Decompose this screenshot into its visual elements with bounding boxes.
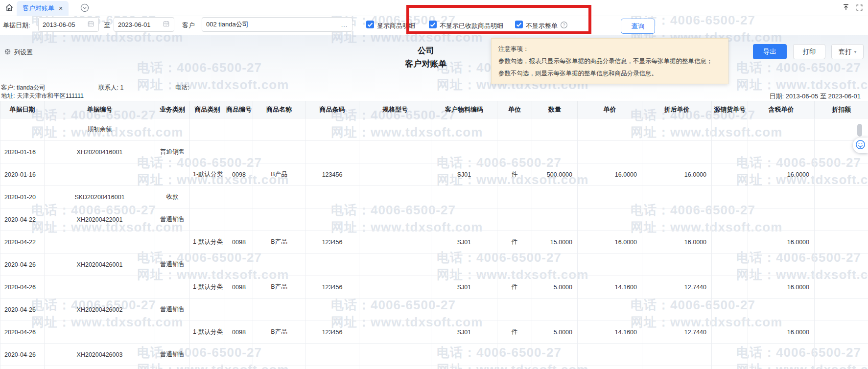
tab-list-dropdown-icon[interactable]	[80, 3, 89, 14]
table-row[interactable]: 2020-01-20SKD20200416001收款	[0, 186, 868, 208]
table-cell	[815, 299, 868, 321]
table-cell: 16.0000	[578, 163, 642, 186]
table-cell: 2020-01-16	[0, 141, 45, 163]
table-cell: 15.0000	[532, 231, 578, 254]
table-row[interactable]: 2020-04-26XH20200426002普通销售	[0, 299, 868, 321]
tab-customer-statement[interactable]: 客户对账单 ×	[17, 1, 69, 16]
table-cell	[712, 299, 748, 321]
header-cell[interactable]: 商品条码	[305, 101, 359, 118]
table-row[interactable]: 2020-04-22XH20200422001普通销售	[0, 208, 868, 231]
fullscreen-icon[interactable]	[856, 4, 863, 13]
date-to-input[interactable]: 2023-06-01	[114, 17, 174, 32]
scroll-top-icon[interactable]	[842, 3, 850, 13]
header-cell[interactable]: 单据日期	[0, 101, 45, 118]
customer-input[interactable]: 002 tianda公司 …	[202, 17, 352, 32]
table-cell: 16.0000	[748, 321, 815, 344]
date-range-label: 单据日期:	[3, 21, 30, 30]
table-cell	[497, 254, 532, 276]
header-cell[interactable]: 客户物料编码	[431, 101, 497, 118]
checkbox-hide-paid-item-detail[interactable]	[429, 21, 437, 28]
help-question-icon[interactable]: ?	[560, 21, 568, 31]
info-customer: 客户: tianda公司	[1, 84, 46, 92]
table-row[interactable]: 期初余额	[0, 118, 868, 141]
table-row[interactable]: 2020-04-261-默认分类0098B产品123456SJ01件5.0000…	[0, 321, 868, 344]
table-cell	[253, 208, 305, 231]
header-cell[interactable]: 商品编号	[225, 101, 253, 118]
table-cell: 16.0000	[748, 231, 815, 254]
table-cell: 500.0000	[532, 163, 578, 186]
table-cell	[225, 118, 253, 141]
info-phone: 电话:	[175, 84, 189, 92]
table-cell: 普通销售	[155, 299, 190, 321]
table-cell: 16.0000	[578, 231, 642, 254]
header-cell[interactable]: 源销货单号	[712, 101, 748, 118]
table-cell: B产品	[253, 276, 305, 299]
table-row[interactable]: 2020-01-161-默认分类0098B产品123456SJ01件500.00…	[0, 163, 868, 186]
table-row[interactable]: 2020-01-16XH20200416001普通销售	[0, 141, 868, 163]
header-cell[interactable]: 业务类别	[155, 101, 190, 118]
header-cell[interactable]: 折后单价	[642, 101, 712, 118]
header-cell[interactable]: 数量	[532, 101, 578, 118]
table-row[interactable]: 2020-04-221-默认分类0098B产品123456SJ01件15.000…	[0, 231, 868, 254]
table-cell	[0, 118, 45, 141]
table-cell	[578, 141, 642, 163]
table-row[interactable]: 2020-04-26XH20200426001普通销售	[0, 254, 868, 276]
table-cell	[190, 118, 225, 141]
table-cell: 2020-04-26	[0, 299, 45, 321]
table-cell	[712, 118, 748, 141]
table-cell	[712, 163, 748, 186]
info-date-range: 日期: 2013-06-05 至 2023-06-01	[770, 92, 861, 101]
table-row[interactable]: 2020-04-261-默认分类0098B产品123456SJ01件5.0000…	[0, 276, 868, 299]
export-button[interactable]: 导出	[753, 44, 787, 59]
stencil-print-button[interactable]: 套打 ▾	[831, 44, 864, 59]
close-icon[interactable]: ×	[59, 5, 63, 12]
table-cell: SJ01	[431, 163, 497, 186]
calendar-icon[interactable]	[87, 20, 94, 29]
header-cell[interactable]: 单价	[578, 101, 642, 118]
table-cell	[359, 141, 431, 163]
table-cell	[359, 163, 431, 186]
header-cell[interactable]: 含税单价	[748, 101, 815, 118]
print-button[interactable]: 打印	[793, 44, 825, 59]
calendar-icon[interactable]	[163, 20, 170, 29]
table-cell: 5.0000	[532, 321, 578, 344]
table-cell: XH20200422001	[45, 208, 155, 231]
vertical-scrollbar-thumb[interactable]	[857, 124, 862, 137]
table-cell	[815, 276, 868, 299]
checkbox-hide-whole-order[interactable]	[515, 21, 523, 28]
table-cell	[359, 186, 431, 208]
table-cell	[305, 299, 359, 321]
table-cell	[190, 254, 225, 276]
table-cell	[712, 186, 748, 208]
table-cell	[190, 208, 225, 231]
table-cell	[253, 299, 305, 321]
table-cell: 件	[497, 231, 532, 254]
table-cell	[578, 299, 642, 321]
date-to-label: 至	[104, 21, 110, 30]
query-button[interactable]: 查询	[621, 19, 655, 34]
table-cell: 1-默认分类	[190, 163, 225, 186]
table-cell: 14.1600	[578, 276, 642, 299]
checkbox-show-item-detail[interactable]	[366, 21, 374, 28]
table-cell	[190, 186, 225, 208]
header-cell[interactable]: 单位	[497, 101, 532, 118]
table-cell	[497, 208, 532, 231]
table-cell	[225, 186, 253, 208]
table-cell	[155, 118, 190, 141]
ellipsis-icon[interactable]: …	[341, 21, 348, 28]
table-cell	[225, 344, 253, 366]
date-from-input[interactable]: 2013-06-05	[38, 17, 99, 32]
table-cell	[712, 254, 748, 276]
header-cell[interactable]: 折扣额	[815, 101, 868, 118]
header-cell[interactable]: 单据编号	[45, 101, 155, 118]
header-cell[interactable]: 商品名称	[253, 101, 305, 118]
header-cell[interactable]: 规格型号	[359, 101, 431, 118]
table-row-filler[interactable]	[0, 366, 868, 369]
table-cell: 普通销售	[155, 141, 190, 163]
customer-service-button[interactable]	[853, 138, 868, 153]
table-row[interactable]: 2020-04-26XH20200426003普通销售	[0, 344, 868, 366]
header-cell[interactable]: 商品类别	[190, 101, 225, 118]
table-cell: 2020-01-20	[0, 186, 45, 208]
table-cell	[190, 299, 225, 321]
home-icon[interactable]	[5, 3, 14, 14]
